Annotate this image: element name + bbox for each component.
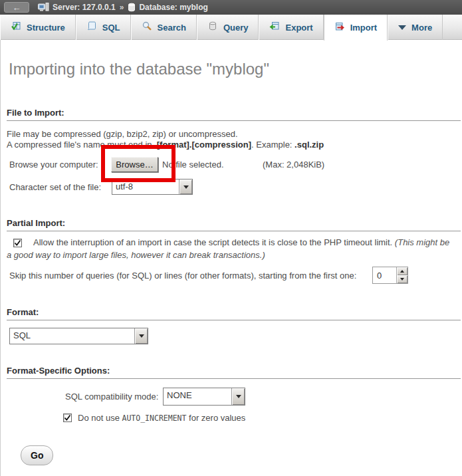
tab-bar: Structure SQL Search Query Export Import… [0, 15, 462, 40]
skip-queries-stepper[interactable]: 0 [372, 267, 408, 284]
structure-icon [11, 21, 21, 34]
page-title: Importing into the database "myblog" [9, 60, 269, 78]
no-file-selected-text: No file selected. [162, 160, 224, 170]
skip-queries-value: 0 [373, 267, 396, 283]
tab-import[interactable]: Import [324, 15, 388, 41]
tab-search[interactable]: Search [131, 15, 197, 40]
tab-label: Query [223, 23, 249, 33]
tab-label: Structure [27, 23, 65, 33]
checkmark-icon [64, 414, 71, 421]
browse-label: Browse your computer: [9, 160, 98, 170]
database-icon [128, 3, 136, 12]
charset-select[interactable]: utf-8 [112, 179, 193, 195]
chevron-down-icon [183, 185, 189, 189]
breadcrumb: ← Server: 127.0.0.1 » Database: myblog [0, 0, 462, 15]
export-icon [269, 21, 280, 34]
query-icon [207, 21, 218, 34]
sql-compat-select[interactable]: NONE [163, 388, 245, 406]
tab-query[interactable]: Query [197, 15, 259, 40]
partial-import-option: Allow the interruption of an import in c… [7, 236, 456, 261]
chevron-down-icon [236, 395, 241, 398]
tab-label: Search [158, 23, 186, 33]
chevron-down-icon [400, 278, 404, 281]
tab-label: SQL [102, 23, 120, 33]
browse-button[interactable]: Browse… [111, 157, 158, 172]
server-icon [38, 3, 49, 12]
allow-interruption-label: Allow the interruption of an import in c… [33, 237, 392, 247]
import-icon [334, 21, 345, 35]
stepper-buttons [396, 267, 407, 283]
back-icon: ← [13, 3, 21, 12]
section-heading-file-to-import: File to Import: [7, 108, 461, 121]
section-heading-format: Format: [7, 307, 461, 320]
format-selected-value: SQL [10, 328, 134, 344]
section-heading-partial-import: Partial Import: [7, 218, 461, 231]
dropdown-arrow-button[interactable] [179, 179, 192, 194]
page-left-border [0, 15, 1, 476]
zero-values-option: Do not use AUTO_INCREMENT for zero value… [63, 413, 245, 423]
tab-more[interactable]: More [388, 15, 443, 40]
sql-compat-label: SQL compatibility mode: [65, 392, 158, 402]
phpmyadmin-import-page: ← Server: 127.0.0.1 » Database: myblog S… [0, 0, 462, 476]
breadcrumb-database[interactable]: Database: myblog [139, 3, 207, 12]
sql-compat-selected-value: NONE [164, 388, 231, 405]
tab-label: Export [285, 23, 312, 33]
zero-values-checkbox[interactable] [63, 414, 72, 422]
tab-sql[interactable]: SQL [76, 15, 131, 40]
max-size-note: (Max: 2,048KiB) [263, 160, 324, 170]
breadcrumb-server[interactable]: Server: 127.0.0.1 [53, 3, 116, 12]
breadcrumb-separator: » [119, 3, 125, 12]
search-icon [142, 21, 152, 34]
format-select[interactable]: SQL [9, 328, 148, 344]
chevron-up-icon [400, 270, 404, 273]
checkmark-icon [14, 239, 21, 247]
zero-values-label: Do not use AUTO_INCREMENT for zero value… [78, 413, 245, 423]
go-button[interactable]: Go [21, 445, 53, 465]
stepper-down-button[interactable] [397, 275, 407, 283]
sql-icon [86, 21, 97, 34]
allow-interruption-checkbox[interactable] [13, 239, 22, 247]
dropdown-arrow-button[interactable] [231, 388, 245, 405]
tab-label: More [411, 23, 432, 33]
tab-structure[interactable]: Structure [0, 15, 76, 40]
skip-queries-label: Skip this number of queries (for SQL) or… [9, 271, 356, 281]
filename-rule: A compressed file's name must end in .[f… [7, 140, 324, 150]
chevron-down-icon [398, 25, 406, 30]
chevron-down-icon [139, 334, 144, 338]
charset-selected-value: utf-8 [112, 179, 179, 194]
tab-export[interactable]: Export [259, 15, 323, 40]
charset-label: Character set of the file: [9, 182, 101, 192]
tab-label: Import [350, 23, 377, 33]
section-heading-format-specific: Format-Specific Options: [7, 366, 461, 379]
back-button[interactable]: ← [4, 2, 29, 13]
compression-note: File may be compressed (gzip, bzip2, zip… [7, 129, 238, 139]
stepper-up-button[interactable] [397, 267, 407, 275]
dropdown-arrow-button[interactable] [134, 328, 148, 344]
